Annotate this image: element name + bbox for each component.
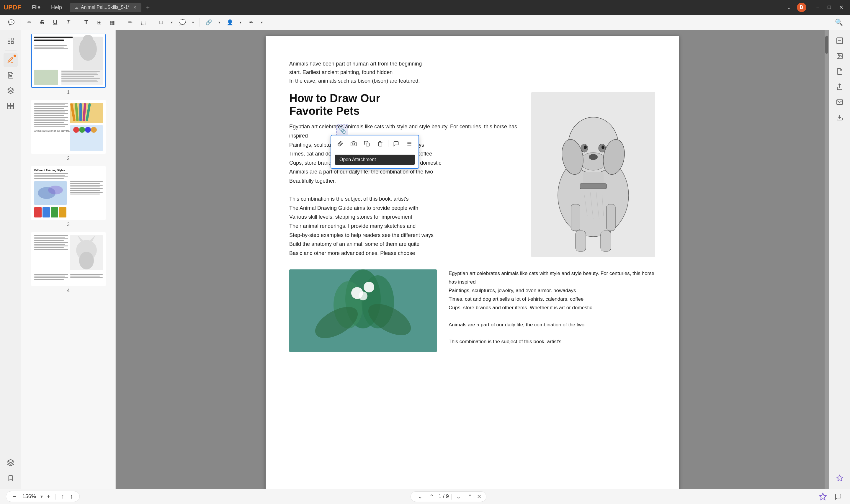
stamp-button[interactable]: 👤 bbox=[224, 17, 235, 28]
svg-text:Different Painting Styles: Different Painting Styles bbox=[34, 169, 65, 172]
sidebar-icon-pages2[interactable] bbox=[3, 99, 18, 113]
svg-rect-42 bbox=[34, 103, 68, 104]
titlebar: UPDF File Help ☁ Animal Pai...Skills_5-1… bbox=[0, 0, 850, 15]
svg-point-103 bbox=[589, 154, 598, 160]
new-tab-button[interactable]: ＋ bbox=[144, 2, 152, 13]
svg-rect-22 bbox=[61, 70, 103, 85]
sidebar-icon-layers[interactable] bbox=[3, 84, 18, 98]
titlebar-nav: File Help bbox=[27, 3, 67, 12]
callout-button[interactable]: ⊞ bbox=[94, 17, 105, 28]
scrollbar-thumb[interactable] bbox=[825, 36, 828, 54]
thumbnail-3[interactable]: Different Painting Styles bbox=[25, 166, 112, 227]
attachment-area: 📎 bbox=[337, 125, 348, 136]
thumbnail-2[interactable]: Animals are a part of our daily life. 2 bbox=[25, 100, 112, 161]
right-sidebar-image[interactable] bbox=[833, 49, 847, 63]
comment-button-bottom[interactable] bbox=[832, 491, 844, 503]
page-close-button[interactable]: ✕ bbox=[477, 493, 481, 500]
chevron-down-icon[interactable]: ⌄ bbox=[784, 3, 793, 12]
speech-bubble-button[interactable]: 💭 bbox=[177, 17, 188, 28]
sidebar-icon-annotation[interactable] bbox=[3, 53, 18, 67]
active-tab[interactable]: ☁ Animal Pai...Skills_5-1* ✕ bbox=[70, 3, 141, 12]
attach-file-button[interactable] bbox=[335, 138, 346, 150]
search-button[interactable]: 🔍 bbox=[833, 17, 844, 28]
right-sidebar-scan[interactable] bbox=[833, 34, 847, 48]
separator-2 bbox=[77, 18, 77, 26]
sidebar-icon-bookmark[interactable] bbox=[3, 471, 18, 485]
page-prev-button[interactable]: ⌄ bbox=[416, 493, 425, 501]
right-sidebar-share[interactable] bbox=[833, 80, 847, 94]
shape-button[interactable]: □ bbox=[156, 17, 166, 28]
zoom-dropdown-button[interactable]: ▾ bbox=[40, 494, 43, 499]
fit-width-button[interactable]: ↑ bbox=[59, 492, 66, 501]
svg-rect-112 bbox=[576, 231, 586, 251]
svg-point-40 bbox=[85, 127, 91, 133]
last-page-button[interactable]: ⌃ bbox=[466, 493, 475, 501]
right-sidebar-ai[interactable] bbox=[833, 471, 847, 485]
zoom-out-button[interactable]: − bbox=[11, 492, 18, 501]
svg-rect-73 bbox=[70, 186, 100, 187]
open-attachment-label[interactable]: Open Attachment bbox=[335, 155, 415, 165]
redact-button[interactable]: ▦ bbox=[107, 17, 117, 28]
thumbnails-panel: 1 bbox=[21, 30, 116, 489]
vertical-scrollbar[interactable] bbox=[825, 30, 829, 489]
sidebar-icon-organize[interactable] bbox=[3, 68, 18, 82]
camera-button[interactable] bbox=[348, 138, 359, 150]
att-sep bbox=[388, 140, 388, 147]
thumbnail-1[interactable]: 1 bbox=[25, 34, 112, 95]
svg-rect-54 bbox=[34, 124, 68, 125]
underline-button[interactable]: U bbox=[50, 17, 60, 28]
delete-button[interactable] bbox=[375, 138, 386, 150]
first-page-button[interactable]: ⌄ bbox=[454, 493, 463, 501]
copy-button[interactable] bbox=[361, 138, 372, 150]
maximize-button[interactable]: □ bbox=[825, 3, 834, 12]
page-next-button[interactable]: ⌃ bbox=[427, 493, 436, 501]
pin-icon: 📎 bbox=[339, 127, 346, 134]
shape-dropdown-button[interactable]: ▾ bbox=[169, 17, 175, 28]
svg-rect-87 bbox=[34, 240, 64, 241]
page-sep: / bbox=[443, 493, 446, 499]
close-button[interactable]: ✕ bbox=[836, 3, 847, 12]
thumb-page-3-content: Different Painting Styles bbox=[32, 166, 105, 219]
comment-btn[interactable] bbox=[391, 138, 402, 150]
settings-btn[interactable] bbox=[404, 138, 415, 150]
signature-button[interactable]: ✒ bbox=[246, 17, 256, 28]
thumbnail-4[interactable]: 4 bbox=[25, 232, 112, 293]
user-avatar[interactable]: B bbox=[797, 3, 806, 12]
svg-rect-8 bbox=[11, 103, 14, 106]
svg-rect-13 bbox=[34, 37, 73, 38]
highlight-button[interactable]: ✏ bbox=[24, 17, 35, 28]
svg-rect-68 bbox=[51, 207, 58, 217]
fit-height-button[interactable]: ↕ bbox=[68, 492, 75, 501]
right-sidebar-download[interactable] bbox=[833, 64, 847, 78]
eraser-button[interactable]: ⬚ bbox=[138, 17, 148, 28]
attachment-popup: Open Attachment bbox=[330, 135, 419, 169]
sidebar-icon-pages[interactable] bbox=[3, 34, 18, 48]
ai-button-bottom[interactable] bbox=[817, 491, 829, 503]
svg-rect-77 bbox=[70, 194, 100, 195]
speech-dropdown-button[interactable]: ▾ bbox=[190, 17, 196, 28]
link-button[interactable]: 🔗 bbox=[203, 17, 214, 28]
textbox-button[interactable]: T bbox=[81, 17, 91, 28]
right-sidebar-export[interactable] bbox=[833, 110, 847, 125]
svg-rect-67 bbox=[42, 207, 50, 217]
help-menu[interactable]: Help bbox=[46, 3, 67, 12]
svg-rect-48 bbox=[34, 113, 68, 114]
right-sidebar-email[interactable] bbox=[833, 95, 847, 109]
svg-rect-97 bbox=[70, 274, 103, 275]
stamp-dropdown-button[interactable]: ▾ bbox=[238, 17, 243, 28]
text-insert-button[interactable]: T bbox=[63, 17, 73, 28]
link-dropdown-button[interactable]: ▾ bbox=[216, 17, 222, 28]
file-menu[interactable]: File bbox=[27, 3, 45, 12]
thumb-page-4-content bbox=[32, 233, 105, 286]
attachment-pin[interactable]: 📎 bbox=[337, 125, 348, 136]
tab-close-button[interactable]: ✕ bbox=[133, 5, 137, 10]
sidebar-icon-layers2[interactable] bbox=[3, 456, 18, 470]
pencil-button[interactable]: ✏ bbox=[125, 17, 135, 28]
minimize-button[interactable]: − bbox=[813, 3, 822, 12]
pdf-bottom-image bbox=[289, 269, 437, 352]
zoom-in-button[interactable]: + bbox=[45, 492, 52, 501]
comment-button[interactable]: 💬 bbox=[6, 17, 17, 28]
signature-dropdown-button[interactable]: ▾ bbox=[259, 17, 265, 28]
svg-rect-92 bbox=[34, 249, 68, 250]
strikethrough-button[interactable]: S bbox=[37, 17, 48, 28]
